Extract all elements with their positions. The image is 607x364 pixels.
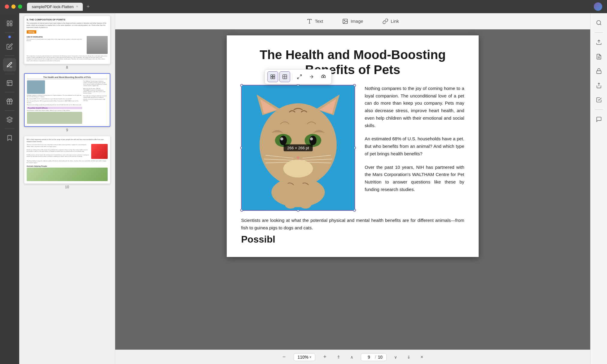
thumb8-badge: String (27, 30, 36, 34)
tool-indicator (8, 36, 11, 38)
svg-rect-51 (597, 71, 601, 73)
svg-rect-13 (273, 77, 275, 79)
img-tb-btn-4[interactable] (306, 71, 317, 82)
nav-prev-button[interactable]: ∧ (348, 353, 356, 361)
pdf-paragraph-2: An estimated 68% of U.S. households have… (365, 135, 464, 157)
tab-close-icon[interactable]: × (76, 4, 78, 9)
thumb8-body: The composition of interval points have … (27, 22, 108, 28)
zoom-display[interactable]: 110% ▾ (294, 353, 315, 361)
tool-pages2[interactable] (3, 76, 16, 90)
pdf-paragraph-1: Nothing compares to the joy of coming ho… (365, 85, 464, 130)
svg-line-17 (300, 75, 301, 76)
img-tb-btn-5[interactable] (318, 71, 329, 82)
pdf-page-9: The Health and Mood-Boosting Benefits of… (227, 35, 479, 257)
thumb9-text3: Over the past 10 years, NIH has partnere… (27, 100, 82, 103)
top-toolbar: Text Image Link (115, 13, 590, 29)
svg-point-9 (344, 20, 345, 21)
thumb9-right: The Waltham Terminology is hosting a num… (83, 80, 107, 124)
active-tab[interactable]: samplePDF-lock-Flatten × (27, 3, 83, 11)
image-icon (342, 18, 348, 24)
thumb-card-8[interactable]: 3. THE COMPOSITION OF POINTS The composi… (24, 16, 110, 64)
comment-button[interactable] (593, 113, 605, 125)
tool-divider-4 (5, 92, 14, 92)
tool-edit[interactable] (3, 40, 16, 53)
thumb10-content: NIH is fairly beginning animals to find … (24, 136, 110, 183)
zoom-in-button[interactable]: + (320, 352, 330, 362)
page-current-input[interactable]: 9 (365, 355, 373, 360)
text-tool[interactable]: Text (302, 16, 328, 27)
zoom-out-button[interactable]: − (279, 352, 289, 362)
minimize-button[interactable] (11, 4, 16, 9)
nav-first-button[interactable]: ⇑ (334, 353, 343, 361)
pdf-bottom-text: Scientists are looking at what the poten… (241, 217, 464, 232)
image-label: Image (351, 19, 363, 24)
svg-rect-4 (7, 81, 12, 86)
rs-divider-1 (595, 32, 603, 33)
pdf-button[interactable] (593, 51, 605, 63)
user-avatar (594, 2, 602, 11)
thumb9-layout: Nothing compares to the joy of coming ho… (27, 80, 107, 124)
cat-image: 266 × 266 pt (242, 85, 354, 210)
maximize-button[interactable] (18, 4, 22, 9)
zoom-level: 110% (298, 355, 308, 360)
tool-layers[interactable] (3, 113, 16, 126)
svg-point-42 (283, 160, 313, 177)
tool-annotate[interactable] (3, 58, 16, 71)
tool-divider-1 (5, 32, 14, 33)
svg-rect-21 (324, 76, 325, 78)
link-label: Link (391, 19, 399, 24)
check-button[interactable] (593, 94, 605, 106)
svg-rect-0 (7, 21, 9, 23)
sidebar-tools (0, 13, 19, 364)
rs-divider-2 (595, 109, 603, 110)
save-button[interactable] (593, 36, 605, 48)
svg-point-44 (285, 200, 297, 209)
new-tab-button[interactable]: + (84, 2, 92, 11)
img-tb-btn-2[interactable] (280, 71, 290, 82)
tool-pages[interactable] (3, 17, 16, 30)
svg-point-33 (280, 137, 283, 140)
save-icon (596, 39, 602, 45)
lock-button[interactable] (593, 65, 605, 77)
thumb-card-9[interactable]: The Health and Mood-Boosting Benefits of… (24, 73, 110, 127)
tool-divider-2 (5, 55, 14, 56)
tool-divider-3 (5, 74, 14, 74)
thumb8-content: 3. THE COMPOSITION OF POINTS The composi… (24, 16, 110, 64)
thumbnail-page-9[interactable]: The Health and Mood-Boosting Benefits of… (22, 73, 112, 132)
svg-rect-1 (10, 21, 12, 23)
svg-marker-5 (7, 117, 12, 120)
tool-stamp[interactable] (3, 95, 16, 108)
selected-image[interactable]: 266 × 266 pt (241, 85, 355, 211)
thumbnail-page-10[interactable]: NIH is fairly beginning animals to find … (22, 136, 112, 189)
comment-icon (596, 116, 602, 122)
nav-close-button[interactable]: × (418, 353, 426, 361)
pdf-viewer[interactable]: The Health and Mood-Boosting Benefits of… (115, 29, 590, 350)
share-button[interactable] (593, 79, 605, 91)
tool-bookmark[interactable] (3, 131, 16, 145)
search-button[interactable] (593, 17, 605, 29)
image-tool[interactable]: Image (337, 16, 368, 27)
check-icon (596, 97, 602, 103)
link-tool[interactable]: Link (378, 16, 404, 27)
svg-line-47 (600, 24, 601, 25)
thumb-card-10[interactable]: NIH is fairly beginning animals to find … (24, 136, 110, 184)
svg-point-46 (597, 21, 600, 25)
image-toolbar (265, 69, 332, 84)
bottom-bar: − 110% ▾ + ⇑ ∧ 9 / 10 ∨ ⇓ × (115, 350, 590, 364)
image-container[interactable]: 266 × 266 pt (241, 85, 355, 211)
svg-line-18 (298, 77, 299, 79)
page-num-8: 8 (66, 65, 68, 70)
nav-last-button[interactable]: ⇓ (405, 353, 413, 361)
img-tb-btn-1[interactable] (268, 71, 278, 82)
thumbnail-page-8[interactable]: 3. THE COMPOSITION OF POINTS The composi… (22, 16, 112, 70)
nav-next-button[interactable]: ∨ (391, 353, 400, 361)
thumb9-cat-image (27, 80, 45, 94)
img-tb-btn-3[interactable] (294, 71, 305, 82)
page-total: 10 (378, 355, 383, 360)
svg-rect-20 (321, 76, 323, 78)
thumb9-header: The Health and Mood-Boosting Benefits of… (27, 76, 107, 79)
close-button[interactable] (5, 4, 9, 9)
text-icon (306, 18, 312, 24)
thumb9-left: Nothing compares to the joy of coming ho… (27, 80, 82, 124)
img-tb-divider (292, 73, 292, 80)
